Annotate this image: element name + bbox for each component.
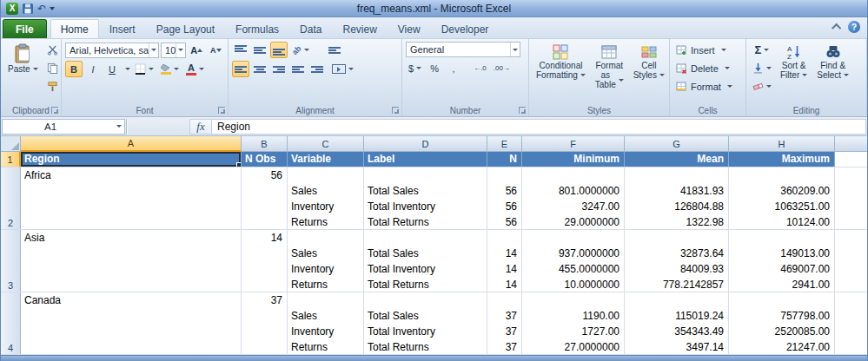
- cell-variable[interactable]: Sales Inventory Returns: [288, 167, 364, 229]
- accounting-format-button[interactable]: $: [406, 60, 424, 76]
- font-name-combo[interactable]: Arial, Helvetica, sa: [65, 43, 159, 58]
- column-header-f[interactable]: F: [522, 136, 625, 152]
- number-format-combo[interactable]: General: [406, 42, 520, 57]
- tab-page-layout[interactable]: Page Layout: [146, 19, 225, 38]
- conditional-formatting-button[interactable]: Conditional Formatting: [533, 42, 589, 105]
- column-header-g[interactable]: G: [625, 136, 729, 152]
- increase-decimal-icon[interactable]: ←.0: [471, 60, 489, 76]
- cell-region[interactable]: Africa: [21, 167, 242, 229]
- cell-minimum[interactable]: 1190.00 1727.00 27.0000000: [522, 292, 625, 354]
- font-size-combo[interactable]: 10: [161, 43, 186, 58]
- column-header-e[interactable]: E: [487, 136, 522, 152]
- formula-input[interactable]: Region: [212, 119, 866, 135]
- cell-styles-button[interactable]: Cell Styles: [630, 42, 668, 105]
- name-box-dropdown-icon[interactable]: [114, 125, 124, 128]
- help-icon[interactable]: ?: [848, 21, 860, 33]
- cell-maximum[interactable]: 757798.00 2520085.00 21247.00: [729, 292, 835, 354]
- cell-minimum[interactable]: 801.0000000 3247.00 29.0000000: [522, 167, 625, 229]
- increase-indent-button[interactable]: [308, 61, 326, 77]
- cut-button[interactable]: [44, 42, 62, 58]
- cell-mean[interactable]: 41831.93 126804.88 1322.98: [625, 167, 729, 229]
- minimize-ribbon-icon[interactable]: [832, 23, 841, 33]
- column-header-b[interactable]: B: [242, 136, 288, 152]
- cell-n-obs[interactable]: 37: [242, 292, 288, 354]
- cell-g1[interactable]: Mean: [625, 152, 729, 167]
- tab-formulas[interactable]: Formulas: [225, 19, 289, 38]
- format-cells-button[interactable]: Format: [673, 78, 742, 95]
- cell-label[interactable]: Total Sales Total Inventory Total Return…: [364, 230, 487, 292]
- cell-filler[interactable]: [835, 152, 867, 167]
- cell-c1[interactable]: Variable: [288, 152, 364, 167]
- row-header-3[interactable]: 3: [1, 230, 21, 292]
- middle-align-button[interactable]: [251, 42, 268, 58]
- tab-insert[interactable]: Insert: [99, 19, 146, 38]
- row-header-4[interactable]: 4: [1, 292, 21, 354]
- cell-variable[interactable]: Sales Inventory Returns: [288, 292, 364, 354]
- autosum-button[interactable]: Σ: [750, 42, 774, 58]
- bold-button[interactable]: B: [65, 61, 83, 77]
- tab-review[interactable]: Review: [332, 19, 387, 38]
- select-all-button[interactable]: [1, 136, 21, 152]
- font-color-button[interactable]: A: [183, 61, 207, 77]
- row-header-2[interactable]: 2: [1, 167, 21, 229]
- active-cell-a1[interactable]: Region: [21, 152, 242, 167]
- decrease-decimal-icon[interactable]: .00→: [491, 60, 513, 76]
- cell-f1[interactable]: Minimum: [522, 152, 625, 167]
- cell-label[interactable]: Total Sales Total Inventory Total Return…: [364, 167, 487, 229]
- cell-filler[interactable]: [835, 230, 867, 292]
- tab-view[interactable]: View: [388, 19, 431, 38]
- fill-color-button[interactable]: [158, 61, 182, 77]
- cell-maximum[interactable]: 149013.00 469007.00 2941.00: [729, 230, 835, 292]
- wrap-text-button[interactable]: [326, 42, 343, 58]
- excel-logo-icon[interactable]: X: [6, 3, 18, 15]
- cell-filler[interactable]: [835, 292, 867, 354]
- format-painter-button[interactable]: [44, 78, 62, 95]
- insert-cells-button[interactable]: Insert: [673, 42, 742, 58]
- bottom-align-button[interactable]: [270, 42, 288, 58]
- merge-center-button[interactable]: [329, 61, 356, 77]
- cell-maximum[interactable]: 360209.00 1063251.00 10124.00: [729, 167, 835, 229]
- number-dialog-launcher[interactable]: [519, 107, 526, 114]
- column-header-a[interactable]: A: [21, 136, 242, 152]
- shrink-font-button[interactable]: A: [207, 42, 224, 58]
- percent-style-button[interactable]: %: [426, 60, 443, 76]
- cell-b1[interactable]: N Obs: [242, 152, 288, 167]
- column-header-c[interactable]: C: [288, 136, 364, 152]
- format-as-table-button[interactable]: Format as Table: [592, 42, 627, 105]
- cell-n[interactable]: 56 56 56: [487, 167, 522, 229]
- clear-button[interactable]: [750, 78, 774, 95]
- tab-developer[interactable]: Developer: [431, 19, 500, 38]
- column-header-h[interactable]: H: [729, 136, 835, 152]
- row-header-1[interactable]: 1: [1, 152, 21, 167]
- qat-dropdown-icon[interactable]: [50, 7, 55, 10]
- paste-button[interactable]: Paste: [4, 42, 42, 105]
- cell-region[interactable]: Canada: [21, 292, 242, 354]
- delete-cells-button[interactable]: Delete: [673, 60, 742, 76]
- insert-function-button[interactable]: fx: [189, 119, 212, 135]
- file-tab[interactable]: File: [3, 19, 47, 38]
- column-header-d[interactable]: D: [364, 136, 487, 152]
- align-right-button[interactable]: [270, 61, 288, 77]
- cell-n-obs[interactable]: 56: [242, 167, 288, 229]
- cell-e1[interactable]: N: [487, 152, 522, 167]
- grow-font-button[interactable]: A: [188, 42, 205, 58]
- cell-minimum[interactable]: 937.0000000 455.0000000 10.0000000: [522, 230, 625, 292]
- undo-icon[interactable]: ↶: [37, 3, 46, 14]
- name-box[interactable]: A1: [2, 119, 125, 135]
- alignment-dialog-launcher[interactable]: [392, 107, 399, 114]
- tab-data[interactable]: Data: [289, 19, 332, 38]
- tab-home[interactable]: Home: [50, 19, 99, 38]
- cell-filler[interactable]: [835, 167, 867, 229]
- cell-region[interactable]: Asia: [21, 230, 242, 292]
- underline-button[interactable]: U: [103, 61, 121, 77]
- align-left-button[interactable]: [232, 61, 249, 77]
- decrease-indent-button[interactable]: [289, 61, 307, 77]
- top-align-button[interactable]: [232, 42, 249, 58]
- cell-n[interactable]: 14 14 14: [487, 230, 522, 292]
- italic-button[interactable]: I: [84, 61, 102, 77]
- orientation-button[interactable]: ab: [289, 42, 312, 58]
- cell-n[interactable]: 37 37 37: [487, 292, 522, 354]
- comma-style-button[interactable]: ,: [445, 60, 462, 76]
- cell-variable[interactable]: Sales Inventory Returns: [288, 230, 364, 292]
- save-icon[interactable]: [22, 3, 34, 15]
